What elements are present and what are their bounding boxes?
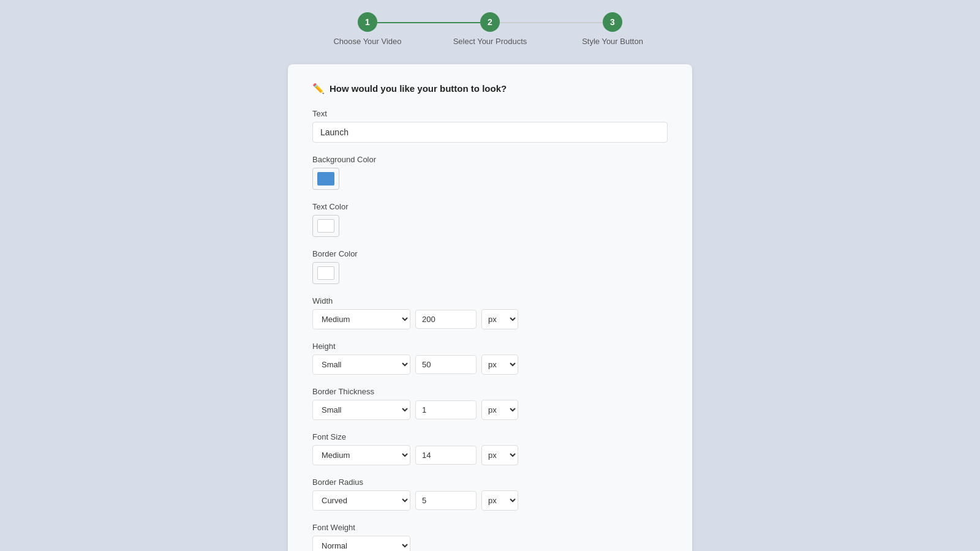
- height-label: Height: [312, 342, 668, 351]
- border-radius-label: Border Radius: [312, 478, 668, 487]
- bg-color-swatch-inner: [317, 172, 334, 186]
- step-2-circle: 2: [480, 12, 500, 32]
- width-unit-select[interactable]: px %: [481, 309, 518, 329]
- page-wrapper: 1 Choose Your Video 2 Select Your Produc…: [0, 0, 980, 551]
- width-field-group: Width Small Medium Large Full px %: [312, 296, 668, 329]
- border-color-field-group: Border Color: [312, 249, 668, 284]
- step-2-connector: [500, 22, 603, 23]
- height-number-input[interactable]: [415, 355, 477, 374]
- border-color-swatch-inner: [317, 266, 334, 280]
- style-card: ✏️ How would you like your button to loo…: [288, 64, 692, 551]
- border-thickness-number-input[interactable]: [415, 400, 477, 419]
- font-weight-label: Font Weight: [312, 523, 668, 532]
- height-input-row: Small Medium Large px %: [312, 354, 668, 375]
- width-select[interactable]: Small Medium Large Full: [312, 309, 410, 329]
- step-3-circle: 3: [603, 12, 622, 32]
- step-1-connector: [377, 22, 480, 23]
- border-radius-input-row: None Slight Curved Round px %: [312, 490, 668, 511]
- height-unit-select[interactable]: px %: [481, 354, 518, 375]
- text-input[interactable]: [312, 122, 668, 143]
- bg-color-field-group: Background Color: [312, 155, 668, 190]
- text-label: Text: [312, 109, 668, 118]
- font-size-field-group: Font Size Small Medium Large px %: [312, 432, 668, 465]
- border-radius-number-input[interactable]: [415, 491, 477, 510]
- border-color-label: Border Color: [312, 249, 668, 258]
- pencil-icon: ✏️: [312, 83, 325, 94]
- font-weight-input-row: Normal Bold Light: [312, 536, 668, 551]
- font-size-input-row: Small Medium Large px %: [312, 445, 668, 465]
- font-size-label: Font Size: [312, 432, 668, 441]
- border-thickness-unit-select[interactable]: px %: [481, 400, 518, 420]
- width-label: Width: [312, 296, 668, 305]
- border-radius-unit-select[interactable]: px %: [481, 490, 518, 511]
- font-weight-select[interactable]: Normal Bold Light: [312, 536, 410, 551]
- step-2-label: Select Your Products: [453, 37, 527, 46]
- step-1: 1 Choose Your Video: [306, 12, 429, 46]
- border-radius-select[interactable]: None Slight Curved Round: [312, 490, 410, 511]
- font-size-select[interactable]: Small Medium Large: [312, 445, 410, 465]
- text-color-swatch-inner: [317, 219, 334, 233]
- border-thickness-field-group: Border Thickness Small Medium Large px %: [312, 387, 668, 420]
- width-input-row: Small Medium Large Full px %: [312, 309, 668, 329]
- card-title: ✏️ How would you like your button to loo…: [312, 83, 668, 94]
- border-color-swatch[interactable]: [312, 262, 339, 284]
- bg-color-label: Background Color: [312, 155, 668, 164]
- height-field-group: Height Small Medium Large px %: [312, 342, 668, 375]
- font-weight-field-group: Font Weight Normal Bold Light: [312, 523, 668, 551]
- border-thickness-select[interactable]: Small Medium Large: [312, 400, 410, 420]
- text-color-label: Text Color: [312, 202, 668, 211]
- step-1-circle: 1: [358, 12, 377, 32]
- font-size-unit-select[interactable]: px %: [481, 445, 518, 465]
- border-radius-field-group: Border Radius None Slight Curved Round p…: [312, 478, 668, 511]
- stepper: 1 Choose Your Video 2 Select Your Produc…: [306, 12, 674, 46]
- border-thickness-input-row: Small Medium Large px %: [312, 400, 668, 420]
- font-size-number-input[interactable]: [415, 446, 477, 465]
- text-color-field-group: Text Color: [312, 202, 668, 237]
- step-1-label: Choose Your Video: [333, 37, 401, 46]
- bg-color-swatch[interactable]: [312, 168, 339, 190]
- border-thickness-label: Border Thickness: [312, 387, 668, 396]
- width-number-input[interactable]: [415, 310, 477, 329]
- step-2: 2 Select Your Products: [429, 12, 551, 46]
- text-field-group: Text: [312, 109, 668, 143]
- step-3: 3 Style Your Button: [551, 12, 674, 46]
- step-3-label: Style Your Button: [582, 37, 643, 46]
- height-select[interactable]: Small Medium Large: [312, 354, 410, 375]
- text-color-swatch[interactable]: [312, 215, 339, 237]
